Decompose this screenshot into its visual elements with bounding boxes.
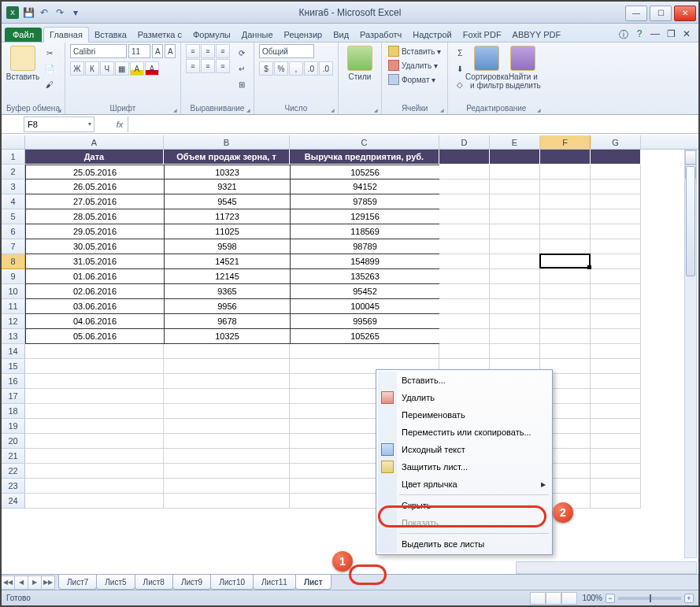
cell-A20[interactable] [25,434,164,449]
cell-C10[interactable]: 95452 [290,284,439,299]
cut-icon[interactable]: ✂ [43,46,57,60]
cell-E9[interactable] [490,269,540,284]
file-tab[interactable]: Файл [5,28,42,42]
decrease-decimal-icon[interactable]: .0 [319,61,333,76]
cell-D10[interactable] [439,284,490,299]
cell-B15[interactable] [164,359,290,374]
close-button[interactable]: ✕ [674,6,696,21]
cell-B10[interactable]: 9365 [164,284,290,299]
cell-F10[interactable] [540,284,591,299]
row-header-15[interactable]: 15 [2,359,25,374]
row-header-14[interactable]: 14 [2,344,25,359]
ribbon-tab-8[interactable]: Надстрой [407,28,457,42]
font-size-select[interactable]: 11 [128,44,150,58]
cell-G12[interactable] [591,314,641,329]
cell-E2[interactable] [490,165,540,180]
cell-G19[interactable] [591,419,641,434]
cell-F6[interactable] [540,224,591,239]
cell-B18[interactable] [164,404,290,419]
row-header-24[interactable]: 24 [2,494,25,509]
row-header-19[interactable]: 19 [2,419,25,434]
orientation-icon[interactable]: ⟳ [235,46,249,60]
ribbon-tab-6[interactable]: Вид [328,28,354,42]
cell-B4[interactable]: 9545 [164,194,290,209]
name-box[interactable]: F8 [24,117,94,132]
cell-B1[interactable]: Объем продаж зерна, т [164,150,290,165]
autosum-icon[interactable]: Σ [453,46,467,60]
sheet-tab-2[interactable]: Лист8 [135,575,173,590]
cell-C8[interactable]: 154899 [290,254,439,269]
cell-C6[interactable]: 118569 [290,224,439,239]
cell-B23[interactable] [164,479,290,494]
cell-F12[interactable] [540,314,591,329]
sheet-tab-1[interactable]: Лист5 [96,575,135,590]
cell-A10[interactable]: 02.06.2016 [25,284,164,299]
context-menu-item-11[interactable]: Выделить все листы [378,535,550,553]
cell-C13[interactable]: 105265 [290,329,439,344]
row-header-9[interactable]: 9 [2,269,25,284]
cell-G15[interactable] [591,359,641,374]
context-menu-item-6[interactable]: Цвет ярлычка▶ [378,476,550,493]
column-header-A[interactable]: A [25,135,164,149]
cell-C11[interactable]: 100045 [290,299,439,314]
sheet-tab-5[interactable]: Лист11 [253,575,296,590]
row-header-4[interactable]: 4 [2,194,25,209]
column-header-G[interactable]: G [591,135,641,149]
cell-E8[interactable] [490,254,540,269]
cell-D6[interactable] [439,224,490,239]
ribbon-tab-2[interactable]: Разметка с [132,28,187,42]
row-header-17[interactable]: 17 [2,389,25,404]
cell-B13[interactable]: 10325 [164,329,290,344]
cell-G17[interactable] [591,389,641,404]
align-left-icon[interactable]: ≡ [186,59,200,73]
cell-A19[interactable] [25,419,164,434]
cell-A16[interactable] [25,374,164,389]
zoom-out-button[interactable]: − [606,594,615,603]
view-page-break-icon[interactable] [561,592,577,605]
align-top-icon[interactable]: ≡ [186,44,200,58]
wrap-text-icon[interactable]: ↵ [235,61,249,76]
select-all-corner[interactable] [2,135,25,149]
align-right-icon[interactable]: ≡ [216,59,230,73]
copy-icon[interactable]: 📄 [43,61,57,76]
cell-G6[interactable] [591,224,641,239]
cell-G7[interactable] [591,239,641,254]
cell-E6[interactable] [490,224,540,239]
cell-G23[interactable] [591,479,641,494]
minimize-button[interactable]: — [625,6,647,21]
cell-A4[interactable]: 27.05.2016 [25,194,164,209]
cell-B14[interactable] [164,344,290,359]
italic-button[interactable]: К [85,61,99,76]
cell-F9[interactable] [540,269,591,284]
cell-G1[interactable] [591,150,641,165]
row-header-21[interactable]: 21 [2,449,25,464]
cell-E4[interactable] [490,194,540,209]
cell-D11[interactable] [439,299,490,314]
cell-E5[interactable] [490,209,540,224]
cell-A21[interactable] [25,449,164,464]
cell-A11[interactable]: 03.06.2016 [25,299,164,314]
row-header-11[interactable]: 11 [2,299,25,314]
cell-C3[interactable]: 94152 [290,180,439,194]
cell-B21[interactable] [164,449,290,464]
context-menu-item-1[interactable]: Удалить [378,389,550,406]
ribbon-tab-1[interactable]: Вставка [89,28,132,42]
cell-G10[interactable] [591,284,641,299]
fx-icon[interactable]: fx [112,120,128,129]
row-header-20[interactable]: 20 [2,434,25,449]
row-header-7[interactable]: 7 [2,239,25,254]
cell-E11[interactable] [490,299,540,314]
sheet-nav-next-icon[interactable]: ▶ [28,576,42,590]
cell-G9[interactable] [591,269,641,284]
cell-E10[interactable] [490,284,540,299]
cell-D9[interactable] [439,269,490,284]
ribbon-tab-10[interactable]: ABBYY PDF [507,28,567,42]
column-header-C[interactable]: C [290,135,439,149]
cell-F5[interactable] [540,209,591,224]
cell-D14[interactable] [439,344,490,359]
number-format-select[interactable]: Общий [259,44,314,58]
cell-C1[interactable]: Выручка предприятия, руб. [290,150,439,165]
cell-D12[interactable] [439,314,490,329]
context-menu-item-0[interactable]: Вставить... [378,372,550,389]
mdi-restore-icon[interactable]: ❐ [665,28,676,42]
